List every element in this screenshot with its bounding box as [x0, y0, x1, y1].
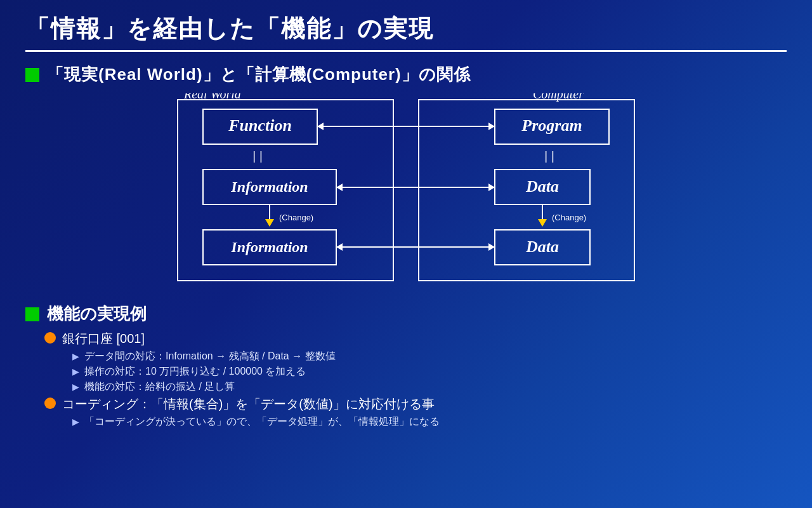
svg-marker-12	[488, 184, 495, 191]
slide-container: 「情報」を経由した「機能」の実現 「現実(Real World)」と「計算機(C…	[0, 0, 812, 508]
arrow-1-1: ▶	[72, 351, 79, 361]
data1-box-label: Data	[525, 177, 559, 196]
arrow-1-3: ▶	[72, 382, 79, 392]
svg-marker-22	[336, 243, 343, 251]
example-2: コーディング：「情報(集合)」を「データ(数値)」に対応付ける事	[44, 396, 787, 413]
example-1: 銀行口座 [001]	[44, 330, 787, 347]
change2-label: (Change)	[552, 213, 586, 222]
program-box-label: Program	[521, 116, 582, 135]
sub-item-1-1: ▶ データ間の対応：Infomation → 残高額 / Data → 整数値	[72, 350, 787, 363]
realworld-label: Real World	[183, 93, 242, 101]
green-bullet-1	[25, 68, 39, 82]
information2-box-label: Information	[230, 239, 308, 255]
change1-label: (Change)	[279, 213, 313, 222]
sub-item-1-2: ▶ 操作の対応：10 万円振り込む / 100000 を加える	[72, 365, 787, 378]
function-box-label: Function	[228, 116, 292, 135]
svg-marker-15	[265, 219, 274, 227]
examples-list: 銀行口座 [001] ▶ データ間の対応：Infomation → 残高額 / …	[44, 330, 787, 429]
sub-item-1-3: ▶ 機能の対応：給料の振込 / 足し算	[72, 380, 787, 394]
svg-marker-13	[336, 184, 343, 191]
orange-bullet-1	[44, 332, 56, 344]
svg-text:||: ||	[251, 149, 265, 163]
svg-marker-5	[488, 123, 495, 130]
svg-marker-21	[488, 243, 495, 251]
svg-marker-17	[538, 219, 547, 227]
arrow-2-1: ▶	[72, 417, 79, 427]
svg-text:||: ||	[542, 149, 556, 163]
information1-box-label: Information	[230, 178, 308, 195]
svg-marker-6	[317, 123, 324, 130]
arrow-1-2: ▶	[72, 366, 79, 377]
diagram-container: Real World Computer Function Program ||	[171, 93, 641, 290]
sub-item-2-1: ▶ 「コーディングが決っている」ので、「データ処理」が、「情報処理」になる	[72, 415, 787, 429]
example-1-subitems: ▶ データ間の対応：Infomation → 残高額 / Data → 整数値 …	[72, 350, 787, 394]
section-heading-2: 機能の実現例	[25, 303, 787, 325]
diagram-wrapper: Real World Computer Function Program ||	[25, 93, 787, 290]
slide-title: 「情報」を経由した「機能」の実現	[25, 13, 787, 52]
green-bullet-2	[25, 307, 39, 321]
data2-box-label: Data	[525, 237, 559, 256]
section-heading-1: 「現実(Real World)」と「計算機(Computer)」の関係	[25, 64, 787, 86]
orange-bullet-2	[44, 398, 56, 409]
example-2-subitems: ▶ 「コーディングが決っている」ので、「データ処理」が、「情報処理」になる	[72, 415, 787, 429]
computer-label: Computer	[533, 93, 584, 102]
diagram-svg: Real World Computer Function Program ||	[171, 93, 641, 290]
bottom-section: 機能の実現例 銀行口座 [001] ▶ データ間の対応：Infomation →…	[25, 303, 787, 429]
